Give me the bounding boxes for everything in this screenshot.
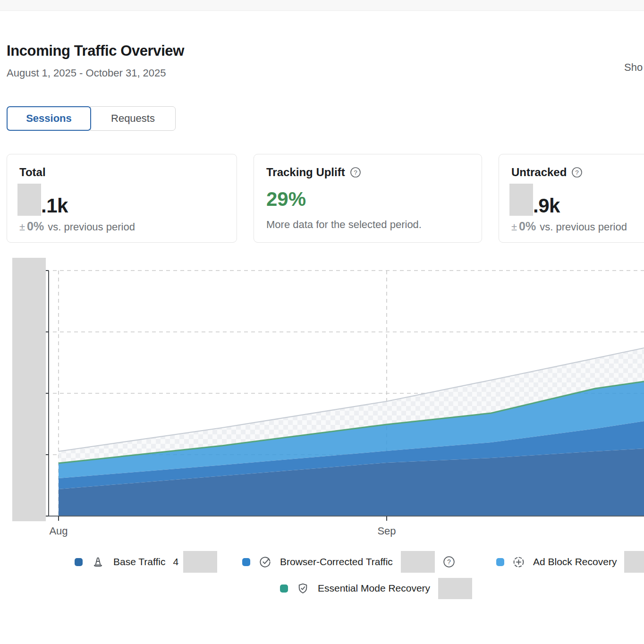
redacted-legend-value (624, 551, 644, 573)
legend-item-base-traffic[interactable]: Base Traffic 4 (75, 550, 217, 574)
traffic-area-chart: AugSep (0, 0, 644, 644)
redacted-legend-value (401, 551, 435, 573)
x-axis-label: Sep (377, 525, 396, 537)
browser-corrected-swatch (242, 558, 250, 566)
tab-requests[interactable]: Requests (90, 106, 176, 131)
svg-text:?: ? (447, 558, 451, 566)
legend-value-prefix: 4 (173, 556, 179, 568)
redacted-y-axis-labels (12, 258, 46, 521)
base-traffic-swatch (75, 558, 83, 566)
legend-label: Browser-Corrected Traffic (280, 556, 393, 568)
legend-item-ad-block-recovery[interactable]: Ad Block Recovery (496, 550, 644, 574)
essential-mode-swatch (280, 585, 288, 593)
circle-plus-dashed-icon (512, 555, 525, 569)
x-axis-label: Aug (49, 525, 68, 537)
redacted-legend-value (183, 551, 217, 573)
legend-item-essential-mode[interactable]: Essential Mode Recovery (280, 576, 472, 600)
shield-check-icon (296, 582, 310, 595)
legend-item-browser-corrected[interactable]: Browser-Corrected Traffic ? (242, 550, 455, 574)
tab-sessions[interactable]: Sessions (7, 106, 91, 131)
legend-label: Base Traffic (113, 556, 166, 568)
check-circle-icon (258, 555, 272, 569)
legend-label: Essential Mode Recovery (318, 583, 430, 594)
help-icon[interactable]: ? (443, 556, 455, 568)
traffic-cone-icon (91, 555, 105, 569)
legend-label: Ad Block Recovery (533, 556, 617, 568)
view-tabs: Sessions Requests (7, 106, 176, 131)
ad-block-swatch (496, 558, 504, 566)
redacted-legend-value (438, 578, 472, 599)
